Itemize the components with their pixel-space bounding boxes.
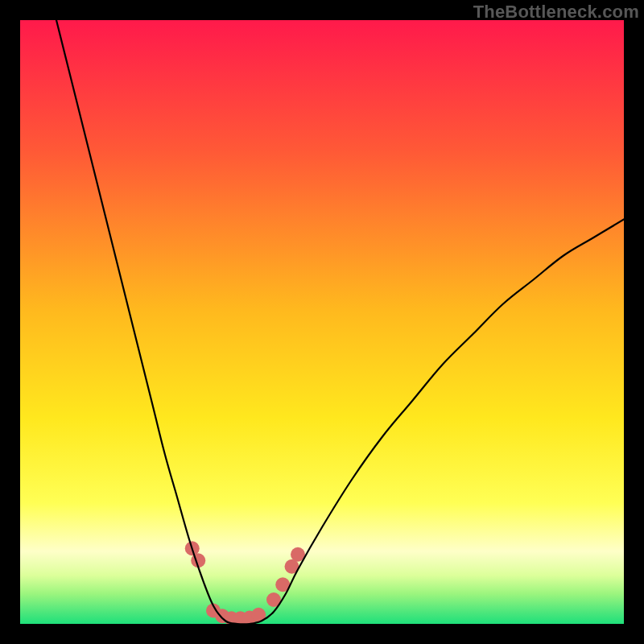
- gradient-background: [20, 20, 624, 624]
- plot-area: [20, 20, 624, 624]
- chart-svg: [20, 20, 624, 624]
- watermark-text: TheBottleneck.com: [473, 2, 639, 23]
- chart-frame: TheBottleneck.com: [0, 0, 644, 644]
